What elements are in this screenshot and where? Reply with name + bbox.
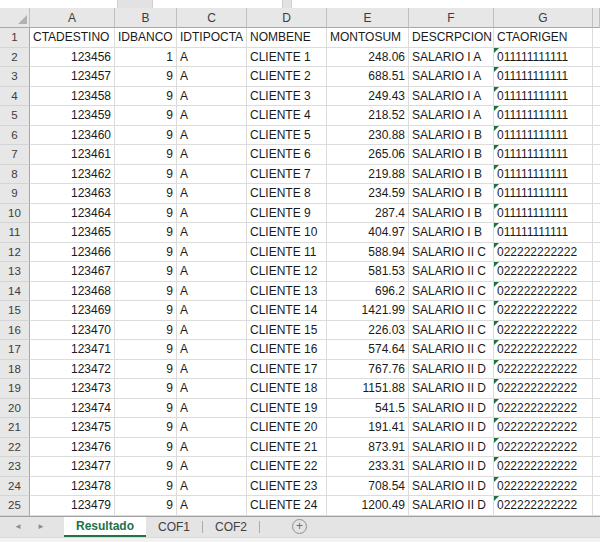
new-sheet-button[interactable]: + bbox=[292, 519, 307, 534]
cell-idtipocta[interactable]: A bbox=[177, 67, 247, 87]
cell-descrpcion[interactable]: SALARIO II D bbox=[409, 438, 494, 458]
cell-descrpcion[interactable]: SALARIO I A bbox=[409, 67, 494, 87]
cell-idtipocta[interactable]: A bbox=[177, 477, 247, 497]
row-number[interactable]: 20 bbox=[0, 399, 30, 419]
row-number[interactable]: 5 bbox=[0, 106, 30, 126]
column-header-c[interactable]: C bbox=[177, 8, 247, 28]
cell-idtipocta[interactable]: A bbox=[177, 145, 247, 165]
cell-descrpcion[interactable]: SALARIO II D bbox=[409, 457, 494, 477]
cell-ctaorigen[interactable]: 022222222222 bbox=[494, 262, 593, 282]
cell-montosum[interactable]: 226.03 bbox=[327, 321, 409, 341]
cell-montosum[interactable]: 230.88 bbox=[327, 126, 409, 146]
cell-idbanco[interactable]: 9 bbox=[115, 145, 177, 165]
cell-ctaorigen[interactable]: 022222222222 bbox=[494, 418, 593, 438]
cell-idtipocta[interactable]: A bbox=[177, 106, 247, 126]
cell-descrpcion[interactable]: SALARIO II C bbox=[409, 340, 494, 360]
row-number[interactable]: 6 bbox=[0, 126, 30, 146]
cell-idbanco[interactable]: 9 bbox=[115, 418, 177, 438]
row-number[interactable]: 15 bbox=[0, 301, 30, 321]
cell-montosum[interactable]: 767.76 bbox=[327, 360, 409, 380]
cell-ctaorigen[interactable]: 011111111111 bbox=[494, 223, 593, 243]
row-number[interactable]: 1 bbox=[0, 28, 30, 48]
cell-ctadestino[interactable]: 123476 bbox=[30, 438, 115, 458]
cell-descrpcion[interactable]: SALARIO II C bbox=[409, 243, 494, 263]
cell-montosum[interactable]: 265.06 bbox=[327, 145, 409, 165]
cell-ctaorigen[interactable]: 022222222222 bbox=[494, 438, 593, 458]
cell-idtipocta[interactable]: A bbox=[177, 223, 247, 243]
cell-ctaorigen[interactable]: 011111111111 bbox=[494, 87, 593, 107]
column-header-f[interactable]: F bbox=[409, 8, 494, 28]
row-number[interactable]: 4 bbox=[0, 87, 30, 107]
cell-idbanco[interactable]: 9 bbox=[115, 496, 177, 516]
cell-idtipocta[interactable]: A bbox=[177, 379, 247, 399]
column-header-a[interactable]: A bbox=[30, 8, 115, 28]
row-number[interactable]: 25 bbox=[0, 496, 30, 516]
row-number[interactable]: 10 bbox=[0, 204, 30, 224]
cell-ctadestino[interactable]: 123461 bbox=[30, 145, 115, 165]
cell-nombene[interactable]: CLIENTE 8 bbox=[247, 184, 327, 204]
cell-descrpcion[interactable]: SALARIO II D bbox=[409, 477, 494, 497]
row-number[interactable]: 17 bbox=[0, 340, 30, 360]
name-box[interactable] bbox=[0, 0, 118, 8]
cell-ctadestino[interactable]: 123462 bbox=[30, 165, 115, 185]
cell-descrpcion[interactable]: SALARIO II C bbox=[409, 321, 494, 341]
cell-idtipocta[interactable]: A bbox=[177, 301, 247, 321]
row-number[interactable]: 3 bbox=[0, 67, 30, 87]
tab-scroll-right-icon[interactable]: ► bbox=[37, 522, 45, 531]
cell-idbanco[interactable]: 9 bbox=[115, 262, 177, 282]
cell-idbanco[interactable]: 9 bbox=[115, 204, 177, 224]
cell-ctadestino[interactable]: 123471 bbox=[30, 340, 115, 360]
cell-ctadestino[interactable]: 123457 bbox=[30, 67, 115, 87]
row-number[interactable]: 2 bbox=[0, 48, 30, 68]
cell-ctadestino[interactable]: 123479 bbox=[30, 496, 115, 516]
cell-ctadestino[interactable]: 123472 bbox=[30, 360, 115, 380]
cell-idbanco[interactable]: 9 bbox=[115, 223, 177, 243]
cell-descrpcion[interactable]: SALARIO I B bbox=[409, 184, 494, 204]
cell-idbanco[interactable]: 9 bbox=[115, 301, 177, 321]
cell-ctaorigen[interactable]: 022222222222 bbox=[494, 379, 593, 399]
row-number[interactable]: 22 bbox=[0, 438, 30, 458]
cell-idtipocta[interactable]: A bbox=[177, 262, 247, 282]
cell-montosum[interactable]: 219.88 bbox=[327, 165, 409, 185]
sheet-tab-cof1[interactable]: COF1 bbox=[146, 517, 202, 537]
cell-idtipocta[interactable]: A bbox=[177, 340, 247, 360]
cell-montosum[interactable]: 1151.88 bbox=[327, 379, 409, 399]
cell-nombene[interactable]: CLIENTE 2 bbox=[247, 67, 327, 87]
cell-nombene[interactable]: CLIENTE 17 bbox=[247, 360, 327, 380]
cell-idbanco[interactable]: 9 bbox=[115, 165, 177, 185]
cell-ctadestino[interactable]: 123458 bbox=[30, 87, 115, 107]
cell-ctadestino[interactable]: 123466 bbox=[30, 243, 115, 263]
cell-idtipocta[interactable]: A bbox=[177, 126, 247, 146]
cell-idbanco[interactable]: 9 bbox=[115, 106, 177, 126]
column-header-b[interactable]: B bbox=[115, 8, 177, 28]
cell-descrpcion[interactable]: SALARIO I B bbox=[409, 165, 494, 185]
field-header-cell[interactable]: MONTOSUM bbox=[327, 28, 409, 48]
cell-descrpcion[interactable]: SALARIO II C bbox=[409, 262, 494, 282]
column-header-g[interactable]: G bbox=[494, 8, 593, 28]
cell-nombene[interactable]: CLIENTE 19 bbox=[247, 399, 327, 419]
cell-idtipocta[interactable]: A bbox=[177, 165, 247, 185]
cell-nombene[interactable]: CLIENTE 6 bbox=[247, 145, 327, 165]
cell-descrpcion[interactable]: SALARIO II D bbox=[409, 418, 494, 438]
cell-idtipocta[interactable]: A bbox=[177, 496, 247, 516]
row-number[interactable]: 14 bbox=[0, 282, 30, 302]
cell-nombene[interactable]: CLIENTE 18 bbox=[247, 379, 327, 399]
cell-ctaorigen[interactable]: 011111111111 bbox=[494, 145, 593, 165]
field-header-cell[interactable]: NOMBENE bbox=[247, 28, 327, 48]
cell-ctaorigen[interactable]: 011111111111 bbox=[494, 106, 593, 126]
cell-descrpcion[interactable]: SALARIO II D bbox=[409, 360, 494, 380]
cell-montosum[interactable]: 574.64 bbox=[327, 340, 409, 360]
cell-nombene[interactable]: CLIENTE 4 bbox=[247, 106, 327, 126]
row-number[interactable]: 18 bbox=[0, 360, 30, 380]
cell-nombene[interactable]: CLIENTE 13 bbox=[247, 282, 327, 302]
cell-idbanco[interactable]: 9 bbox=[115, 321, 177, 341]
cell-idtipocta[interactable]: A bbox=[177, 418, 247, 438]
cell-ctadestino[interactable]: 123469 bbox=[30, 301, 115, 321]
cell-nombene[interactable]: CLIENTE 11 bbox=[247, 243, 327, 263]
cell-montosum[interactable]: 708.54 bbox=[327, 477, 409, 497]
cell-montosum[interactable]: 404.97 bbox=[327, 223, 409, 243]
row-number[interactable]: 11 bbox=[0, 223, 30, 243]
cell-ctadestino[interactable]: 123477 bbox=[30, 457, 115, 477]
cell-descrpcion[interactable]: SALARIO I B bbox=[409, 145, 494, 165]
cell-idbanco[interactable]: 9 bbox=[115, 360, 177, 380]
